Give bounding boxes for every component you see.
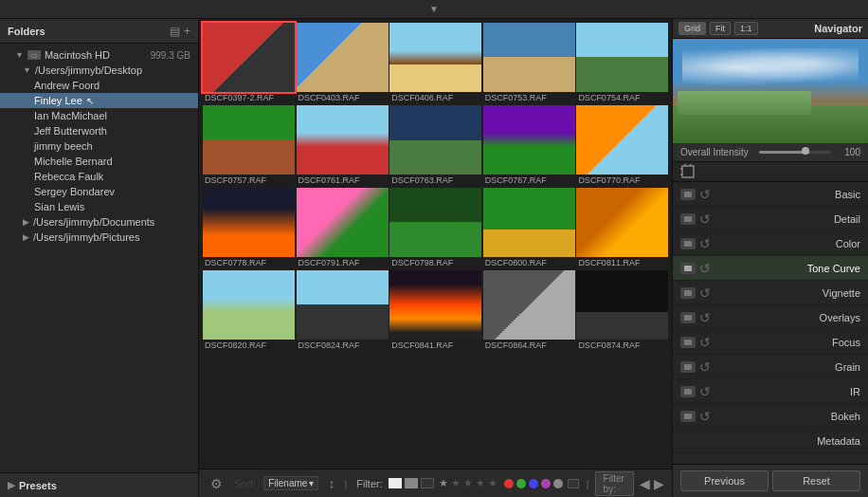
tree-item-ian-macmichael[interactable]: Ian MacMichael: [0, 108, 198, 123]
folders-settings-icon[interactable]: ▤: [170, 25, 180, 38]
adj-reset-grain[interactable]: ↺: [699, 359, 711, 375]
adj-item-detail[interactable]: ↺ Detail: [673, 207, 868, 231]
adj-reset-focus[interactable]: ↺: [699, 335, 711, 350]
fit-view-button[interactable]: Fit: [710, 22, 731, 35]
photo-item-dscf0754[interactable]: DSCF0754.RAF: [576, 23, 668, 103]
tree-item-finley-lee[interactable]: Finley Lee ↖: [0, 93, 198, 108]
color-filter-gray[interactable]: [553, 479, 563, 488]
filter-flag-white[interactable]: [389, 478, 402, 488]
adj-toggle-focus[interactable]: [680, 337, 696, 348]
photo-item-dscf0778[interactable]: DSCF0778.RAF: [203, 188, 295, 268]
tree-item-jeff-butterworth[interactable]: Jeff Butterworth: [0, 123, 198, 138]
label-dscf0757: DSCF0757.RAF: [203, 175, 295, 186]
tree-item-pictures[interactable]: ▶ /Users/jimmyb/Pictures: [0, 230, 198, 245]
adj-toggle-color[interactable]: [680, 238, 696, 249]
color-filter-red[interactable]: [504, 479, 514, 488]
tree-item-michelle-bernard[interactable]: Michelle Bernard: [0, 154, 198, 169]
filter-flag-black[interactable]: [421, 478, 434, 488]
adj-reset-bokeh[interactable]: ↺: [699, 409, 711, 424]
intensity-slider[interactable]: [759, 151, 832, 154]
adj-toggle-ir[interactable]: [680, 386, 696, 397]
previous-button[interactable]: Previous: [680, 470, 769, 491]
adj-item-overlays[interactable]: ↺ Overlays: [673, 305, 868, 330]
photo-item-dscf0406[interactable]: DSCF0406.RAF: [389, 23, 481, 103]
settings-button[interactable]: ⚙: [207, 474, 226, 493]
adj-toggle-overlays[interactable]: [680, 312, 696, 323]
adj-reset-vignette[interactable]: ↺: [699, 285, 711, 301]
photo-item-dscf0403[interactable]: DSCF0403.RAF: [297, 23, 389, 103]
filter-flag-gray[interactable]: [405, 478, 418, 488]
photo-item-dscf0874[interactable]: DSCF0874.RAF: [576, 270, 668, 351]
star-4[interactable]: ★: [476, 477, 485, 489]
sort-direction-toggle[interactable]: ↕: [324, 474, 338, 493]
tree-item-andrew-foord[interactable]: Andrew Foord: [0, 78, 198, 93]
photo-item-dscf0791[interactable]: DSCF0791.RAF: [297, 188, 389, 268]
adj-toggle-detail[interactable]: [680, 213, 696, 225]
star-2[interactable]: ★: [451, 477, 461, 489]
adj-item-metadata[interactable]: Metadata: [673, 429, 868, 453]
photo-item-dscf0798[interactable]: DSCF0798.RAF: [389, 188, 481, 268]
photo-item-dscf0811[interactable]: DSCF0811.RAF: [576, 188, 668, 268]
photo-item-dscf0767[interactable]: DSCF0767.RAF: [483, 105, 575, 186]
tree-item-jimmy-beech[interactable]: jimmy beech: [0, 138, 198, 154]
color-filter-blue[interactable]: [529, 479, 538, 488]
adj-toggle-vignette[interactable]: [680, 287, 696, 299]
filter-by-button[interactable]: Filter by:: [595, 471, 634, 496]
photo-item-dscf0753[interactable]: DSCF0753.RAF: [483, 23, 575, 103]
photo-item-dscf0757[interactable]: DSCF0757.RAF: [203, 105, 295, 186]
reset-button[interactable]: Reset: [772, 470, 860, 491]
photo-item-dscf0763[interactable]: DSCF0763.RAF: [389, 105, 481, 186]
tree-item-sian-lewis[interactable]: Sian Lewis: [0, 199, 198, 214]
adj-reset-detail[interactable]: ↺: [699, 212, 711, 227]
tree-item-documents[interactable]: ▶ /Users/jimmyb/Documents: [0, 214, 198, 230]
adj-toggle-basic[interactable]: [680, 189, 696, 200]
intensity-slider-thumb[interactable]: [802, 147, 809, 155]
adj-item-bokeh[interactable]: ↺ Bokeh: [673, 404, 868, 429]
adj-label-vignette: Vignette: [823, 287, 860, 299]
adj-reset-ir[interactable]: ↺: [699, 384, 711, 399]
color-filter-none[interactable]: [568, 479, 579, 488]
filter-label: Filter:: [356, 478, 383, 489]
presets-panel-header[interactable]: ▶ Presets: [0, 472, 198, 497]
photo-item-dscf0864[interactable]: DSCF0864.RAF: [483, 270, 575, 351]
tree-item-desktop[interactable]: ▼ /Users/jimmyb/Desktop: [0, 63, 198, 78]
star-1[interactable]: ★: [439, 477, 448, 489]
photo-item-dscf0770[interactable]: DSCF0770.RAF: [576, 105, 668, 186]
color-filter-purple[interactable]: [541, 479, 551, 488]
adj-item-basic[interactable]: ↺ Basic: [673, 182, 868, 207]
adj-reset-overlays[interactable]: ↺: [699, 310, 711, 325]
adj-toggle-bokeh[interactable]: [680, 411, 696, 422]
photo-item-dscf0841[interactable]: DSCF0841.RAF: [389, 270, 481, 351]
tree-item-rebecca-faulk[interactable]: Rebecca Faulk: [0, 169, 198, 184]
adj-reset-basic[interactable]: ↺: [699, 187, 711, 202]
tree-item-sergey-bondarev[interactable]: Sergey Bondarev: [0, 184, 198, 199]
tree-item-macintosh-hd[interactable]: ▼ ▭ Macintosh HD 999.3 GB: [0, 47, 198, 63]
star-5[interactable]: ★: [488, 477, 497, 489]
adj-item-color[interactable]: ↺ Color: [673, 231, 868, 256]
color-filter-green[interactable]: [516, 479, 526, 488]
adj-item-vignette[interactable]: ↺ Vignette: [673, 281, 868, 305]
photo-item-dscf0820[interactable]: DSCF0820.RAF: [203, 270, 295, 351]
nav-next-arrow[interactable]: ▶: [654, 476, 664, 491]
folders-add-icon[interactable]: +: [184, 25, 190, 38]
photo-item-dscf0800[interactable]: DSCF0800.RAF: [483, 188, 575, 268]
adj-item-ir[interactable]: ↺ IR: [673, 379, 868, 404]
adj-toggle-tone-curve[interactable]: [680, 263, 696, 274]
adj-reset-color[interactable]: ↺: [699, 236, 711, 251]
star-3[interactable]: ★: [463, 477, 473, 489]
one-to-one-button[interactable]: 1:1: [734, 22, 758, 35]
photo-item-dscf0761[interactable]: DSCF0761.RAF: [297, 105, 389, 186]
thumb-dscf0864: [483, 270, 575, 340]
photo-item-dscf0824[interactable]: DSCF0824.RAF: [297, 270, 389, 351]
adj-item-tone-curve[interactable]: ↺ Tone Curve: [673, 256, 868, 281]
top-tab-arrow[interactable]: ▼: [429, 4, 439, 14]
adj-item-grain[interactable]: ↺ Grain: [673, 355, 868, 379]
photo-item-dscf0397[interactable]: DSCF0397-2.RAF: [203, 23, 295, 103]
adj-toggle-grain[interactable]: [680, 361, 696, 373]
adj-item-focus[interactable]: ↺ Focus: [673, 330, 868, 355]
crop-icon[interactable]: [680, 164, 696, 179]
grid-view-button[interactable]: Grid: [678, 22, 706, 35]
sort-select[interactable]: Filename ▾: [263, 476, 318, 490]
adj-reset-tone-curve[interactable]: ↺: [699, 261, 711, 276]
nav-prev-arrow[interactable]: ◀: [640, 476, 650, 491]
